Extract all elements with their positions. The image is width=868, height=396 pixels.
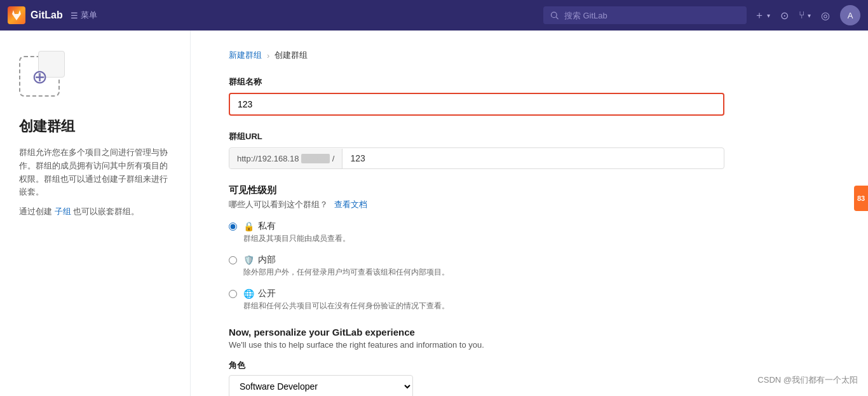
- visibility-internal-title: 🛡️ 内部: [243, 254, 449, 266]
- hamburger-icon: ☰: [71, 11, 78, 20]
- url-masked: ········: [301, 154, 330, 163]
- right-tab-indicator: 83: [854, 186, 868, 211]
- svg-line-1: [556, 17, 558, 19]
- personalize-sub: We'll use this to help surface the right…: [229, 340, 724, 350]
- plus-icon: ＋: [754, 9, 764, 22]
- gitlab-logo-text: GitLab: [31, 10, 63, 21]
- search-input[interactable]: [564, 11, 740, 20]
- url-row: http://192.168.18 ········ / 123: [229, 147, 724, 169]
- form-panel: 新建群组 › 创建群组 群组名称 群组URL http://192.168.18…: [191, 31, 763, 396]
- chevron-down-icon-mr: ▾: [808, 12, 811, 19]
- url-prefix: http://192.168.18 ········ /: [229, 149, 342, 168]
- visibility-question-text: 哪些人可以看到这个群组？: [229, 200, 328, 209]
- breadcrumb-parent[interactable]: 新建群组: [229, 50, 262, 61]
- private-label: 私有: [258, 221, 276, 232]
- public-desc: 群组和任何公共项目可以在没有任何身份验证的情况下查看。: [243, 301, 449, 311]
- avatar[interactable]: A: [840, 5, 860, 25]
- visibility-internal-content: 🛡️ 内部 除外部用户外，任何登录用户均可查看该组和任何内部项目。: [243, 254, 449, 278]
- visibility-section: 可见性级别 哪些人可以看到这个群组？ 查看文档 🔒 私有 群组及其项目只能由成员…: [229, 184, 724, 311]
- group-url-label: 群组URL: [229, 131, 724, 142]
- visibility-private-radio[interactable]: [229, 222, 237, 231]
- visibility-question: 哪些人可以看到这个群组？ 查看文档: [229, 199, 724, 210]
- private-desc: 群组及其项目只能由成员查看。: [243, 233, 350, 244]
- internal-desc: 除外部用户外，任何登录用户均可查看该组和任何内部项目。: [243, 267, 449, 278]
- left-panel: ⊕ 创建群组 群组允许您在多个项目之间进行管理与协作。群组的成员拥有访问其中所有…: [0, 31, 191, 396]
- group-name-label: 群组名称: [229, 76, 724, 88]
- url-suffix-text: 123: [342, 148, 724, 168]
- lock-icon: 🔒: [243, 221, 254, 231]
- chevron-down-icon: ▾: [767, 12, 770, 19]
- search-icon: [550, 10, 559, 20]
- url-prefix-text: http://192.168.18: [237, 154, 299, 163]
- menu-button[interactable]: ☰ 菜单: [71, 10, 97, 21]
- personalize-section: Now, personalize your GitLab experience …: [229, 327, 724, 396]
- merge-icon: ⑂: [799, 10, 805, 21]
- para2-suffix: 也可以嵌套群组。: [73, 207, 139, 216]
- gitlab-logo[interactable]: GitLab: [8, 6, 63, 24]
- create-button[interactable]: ＋ ▾: [754, 9, 770, 22]
- para2-prefix: 通过创建: [19, 207, 52, 216]
- visibility-private-title: 🔒 私有: [243, 221, 350, 232]
- todos-button[interactable]: ⊙: [780, 10, 789, 22]
- menu-label: 菜单: [81, 10, 97, 21]
- visibility-private-item: 🔒 私有 群组及其项目只能由成员查看。: [229, 221, 724, 244]
- visibility-radio-group: 🔒 私有 群组及其项目只能由成员查看。 🛡️ 内部 除外部用户外: [229, 221, 724, 311]
- group-name-field: 群组名称: [229, 76, 724, 116]
- description-para2: 通过创建 子组 也可以嵌套群组。: [19, 205, 171, 219]
- avatar-label: A: [848, 11, 853, 20]
- role-select[interactable]: Software Developer Frontend Developer Ba…: [229, 375, 413, 396]
- issues-button[interactable]: ◎: [821, 10, 830, 22]
- plus-circle-icon: ⊕: [32, 65, 48, 88]
- globe-icon: 🌐: [243, 289, 254, 299]
- visibility-public-content: 🌐 公开 群组和任何公共项目可以在没有任何身份验证的情况下查看。: [243, 288, 449, 311]
- svg-point-0: [551, 12, 557, 18]
- internal-label: 内部: [258, 254, 276, 266]
- todo-icon: ⊙: [780, 10, 789, 22]
- shield-icon: 🛡️: [243, 255, 254, 265]
- group-name-input[interactable]: [229, 93, 724, 116]
- issues-icon: ◎: [821, 10, 830, 22]
- role-label: 角色: [229, 360, 724, 371]
- visibility-public-item: 🌐 公开 群组和任何公共项目可以在没有任何身份验证的情况下查看。: [229, 288, 724, 311]
- main-container: ⊕ 创建群组 群组允许您在多个项目之间进行管理与协作。群组的成员拥有访问其中所有…: [0, 31, 868, 396]
- search-bar: [543, 6, 747, 24]
- visibility-public-title: 🌐 公开: [243, 288, 449, 299]
- topnav: GitLab ☰ 菜单 ＋ ▾ ⊙ ⑂ ▾ ◎ A: [0, 0, 868, 31]
- new-group-icon: ⊕: [19, 56, 60, 97]
- breadcrumb-separator: ›: [267, 51, 269, 60]
- visibility-doc-link[interactable]: 查看文档: [334, 200, 367, 209]
- visibility-internal-item: 🛡️ 内部 除外部用户外，任何登录用户均可查看该组和任何内部项目。: [229, 254, 724, 278]
- merge-requests-button[interactable]: ⑂ ▾: [799, 10, 811, 21]
- visibility-private-content: 🔒 私有 群组及其项目只能由成员查看。: [243, 221, 350, 244]
- description-para1: 群组允许您在多个项目之间进行管理与协作。群组的成员拥有访问其中所有项目的权限。群…: [19, 146, 171, 199]
- visibility-title: 可见性级别: [229, 184, 724, 196]
- visibility-internal-radio[interactable]: [229, 256, 237, 264]
- subgroup-link[interactable]: 子组: [55, 207, 71, 216]
- visibility-public-radio[interactable]: [229, 290, 237, 298]
- breadcrumb: 新建群组 › 创建群组: [229, 50, 724, 61]
- page-heading: 创建群组: [19, 117, 171, 136]
- personalize-title: Now, personalize your GitLab experience: [229, 327, 724, 338]
- breadcrumb-current: 创建群组: [275, 50, 308, 61]
- topnav-actions: ＋ ▾ ⊙ ⑂ ▾ ◎ A: [754, 5, 860, 25]
- gitlab-fox-icon: [8, 6, 25, 24]
- public-label: 公开: [258, 288, 276, 299]
- group-url-field: 群组URL http://192.168.18 ········ / 123: [229, 131, 724, 169]
- url-slash: /: [332, 154, 335, 163]
